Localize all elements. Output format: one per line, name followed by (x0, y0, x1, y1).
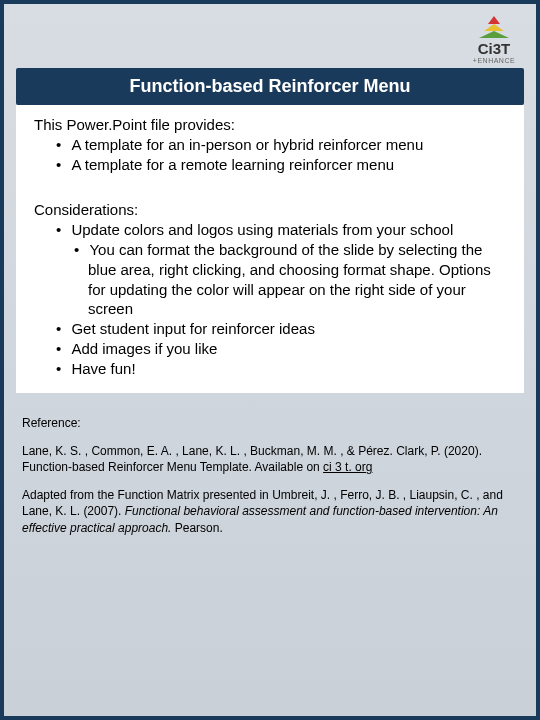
list-item: Get student input for reinforcer ideas (34, 319, 512, 339)
logo-subtext: +ENHANCE (464, 57, 524, 64)
list-item: Have fun! (34, 359, 512, 379)
reference-para-2: Adapted from the Function Matrix present… (22, 487, 518, 536)
logo-text: Ci3T (464, 40, 524, 57)
list-item: Add images if you like (34, 339, 512, 359)
list-item: You can format the background of the sli… (34, 240, 512, 319)
list-item: A template for an in-person or hybrid re… (34, 135, 512, 155)
content-box: This Power.Point file provides: A templa… (16, 105, 524, 393)
considerations-list: Update colors and logos using materials … (34, 220, 512, 240)
title-bar: Function-based Reinforcer Menu (16, 68, 524, 105)
intro-line: This Power.Point file provides: (34, 115, 512, 135)
reference-para-1: Lane, K. S. , Common, E. A. , Lane, K. L… (22, 443, 518, 475)
logo-area: Ci3T +ENHANCE (16, 16, 524, 64)
list-item: A template for a remote learning reinfor… (34, 155, 512, 175)
considerations-heading: Considerations: (34, 200, 512, 220)
considerations-list-cont: Get student input for reinforcer ideas A… (34, 319, 512, 378)
reference-text: Pearson. (175, 521, 223, 535)
logo: Ci3T +ENHANCE (464, 16, 524, 64)
list-item: Update colors and logos using materials … (34, 220, 512, 240)
reference-text: Lane, K. S. , Common, E. A. , Lane, K. L… (22, 444, 482, 474)
intro-list: A template for an in-person or hybrid re… (34, 135, 512, 175)
reference-section: Reference: Lane, K. S. , Common, E. A. ,… (16, 415, 524, 536)
considerations-sublist: You can format the background of the sli… (34, 240, 512, 319)
reference-link[interactable]: ci 3 t. org (323, 460, 372, 474)
reference-heading: Reference: (22, 415, 518, 431)
triangle-icon (479, 16, 509, 38)
